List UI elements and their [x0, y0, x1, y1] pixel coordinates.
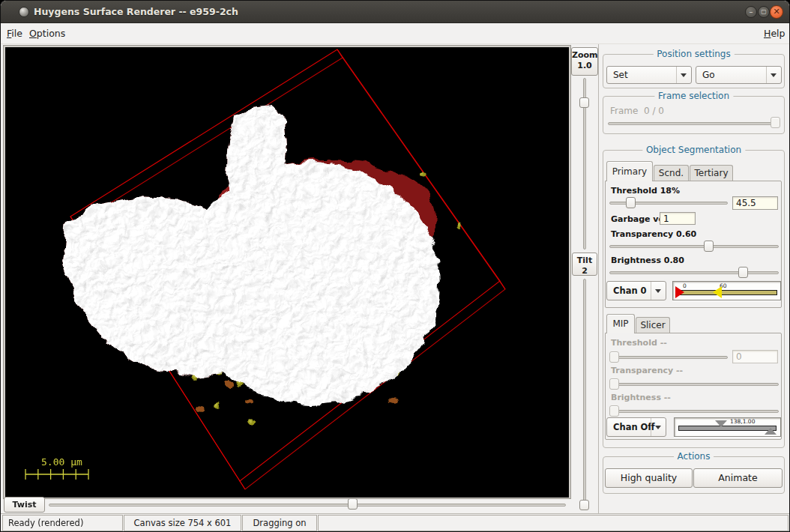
status-canvas-size: Canvas size 754 x 601 — [124, 515, 241, 531]
close-button[interactable]: ✕ — [770, 5, 783, 19]
tab-mip[interactable]: MIP — [606, 314, 635, 333]
mip-threshold-slider[interactable] — [609, 356, 728, 359]
go-combobox[interactable]: Go — [696, 66, 782, 84]
render-canvas[interactable]: 5.00 µm — [5, 47, 569, 498]
canvas-frame: 5.00 µm — [3, 45, 571, 499]
frame-slider[interactable] — [608, 122, 780, 125]
mip-gradient-widget[interactable]: 138,1.00 — [674, 417, 781, 437]
mip-channel-combobox[interactable]: Chan Off — [606, 417, 666, 437]
tilt-value: 2 — [573, 266, 597, 276]
animate-button[interactable]: Animate — [693, 468, 783, 488]
channel-histogram[interactable]: 0 60 — [672, 281, 781, 300]
status-empty — [318, 515, 789, 531]
threshold-input[interactable]: 45.5 — [732, 196, 778, 210]
brightness-slider[interactable] — [609, 271, 779, 274]
mip-channel-combobox-value: Chan Off — [613, 418, 655, 436]
set-combobox-value: Set — [613, 67, 628, 83]
histogram-bar — [676, 290, 777, 295]
frame-value: 0 / 0 — [644, 106, 664, 116]
go-combobox-value: Go — [702, 67, 715, 83]
high-quality-button[interactable]: High quality — [605, 468, 693, 488]
panel-divider — [598, 44, 599, 513]
mip-threshold-label: Threshold -- — [611, 338, 667, 348]
mip-marker-down-icon[interactable] — [715, 420, 727, 427]
tab-primary[interactable]: Primary — [606, 161, 653, 181]
app-icon — [19, 7, 29, 17]
zoom-button[interactable]: Zoom 1.0 — [571, 47, 598, 76]
garbage-vol-input[interactable]: 1 — [660, 212, 696, 225]
frame-selection-title: Frame selection — [654, 91, 733, 101]
mip-brightness-slider-handle[interactable] — [609, 405, 619, 417]
position-settings-title: Position settings — [653, 49, 734, 59]
menu-options[interactable]: Options — [25, 23, 70, 43]
channel-combobox[interactable]: Chan 0 — [606, 281, 666, 300]
channel-combobox-value: Chan 0 — [613, 282, 647, 300]
scale-bar-label: 5.00 µm — [41, 456, 82, 468]
menu-file[interactable]: File — [2, 23, 27, 43]
tilt-button[interactable]: Tilt 2 — [572, 253, 597, 276]
frame-slider-handle[interactable] — [771, 117, 780, 128]
app-window: Huygens Surface Renderer -- e959-2ch – ▢… — [0, 0, 790, 532]
mip-threshold-slider-handle[interactable] — [609, 351, 619, 363]
twist-button[interactable]: Twist 148 — [4, 497, 45, 513]
actions-title: Actions — [674, 451, 714, 462]
tilt-slider-handle[interactable] — [579, 500, 589, 510]
chevron-down-icon — [655, 426, 661, 429]
threshold-label: Threshold 18% — [611, 186, 680, 196]
transparency-label: Transparency 0.60 — [611, 229, 696, 239]
threshold-slider-handle[interactable] — [626, 197, 636, 208]
mip-transparency-slider-handle[interactable] — [609, 378, 619, 390]
zoom-value: 1.0 — [572, 61, 597, 71]
brightness-slider-handle[interactable] — [738, 267, 748, 278]
menu-help[interactable]: Help — [759, 23, 790, 43]
mip-transparency-label: Transparency -- — [611, 366, 683, 375]
mip-marker-label: 138,1.00 — [730, 418, 755, 425]
garbage-vol-label: Garbage vol — [611, 214, 667, 224]
frame-label: Frame — [610, 106, 638, 116]
mip-threshold-input[interactable]: 0 — [732, 350, 778, 363]
object-segmentation-title: Object Segmentation — [642, 145, 745, 155]
set-combobox[interactable]: Set — [606, 66, 692, 84]
minimize-button[interactable]: – — [745, 6, 757, 18]
twist-slider-handle[interactable] — [348, 498, 358, 510]
window-title: Huygens Surface Renderer -- e959-2ch — [34, 1, 238, 22]
zoom-label: Zoom — [572, 50, 597, 61]
mip-marker-up-icon[interactable] — [765, 428, 777, 435]
statusbar-divider — [1, 513, 789, 514]
transparency-slider-handle[interactable] — [704, 241, 714, 252]
histogram-marker-high-icon[interactable] — [713, 286, 722, 298]
chevron-down-icon — [681, 73, 687, 77]
status-dragging: Dragging on — [242, 515, 317, 531]
brightness-label: Brightness 0.80 — [611, 256, 684, 265]
zoom-slider-handle[interactable] — [579, 97, 589, 108]
histogram-marker-low-icon[interactable] — [675, 286, 684, 298]
maximize-button[interactable]: ▢ — [758, 6, 770, 18]
status-text: Ready (rendered) — [2, 515, 123, 531]
mip-transparency-slider[interactable] — [609, 383, 779, 386]
mip-brightness-slider[interactable] — [609, 410, 779, 413]
menubar: File Options Help — [1, 23, 789, 44]
mip-gradient-bar — [678, 426, 777, 431]
tilt-slider[interactable] — [583, 279, 586, 510]
tab-tertiary[interactable]: Tertiary — [690, 165, 733, 181]
titlebar[interactable]: Huygens Surface Renderer -- e959-2ch – ▢… — [1, 1, 789, 23]
chevron-down-icon — [771, 73, 777, 77]
tab-scnd[interactable]: Scnd. — [654, 165, 689, 181]
mip-brightness-label: Brightness -- — [611, 393, 671, 402]
transparency-slider[interactable] — [609, 245, 779, 248]
render-scene: 5.00 µm — [5, 47, 569, 498]
tab-slicer[interactable]: Slicer — [636, 317, 670, 333]
chevron-down-icon — [655, 289, 661, 293]
tilt-label: Tilt — [573, 256, 597, 266]
twist-slider[interactable] — [49, 504, 566, 507]
